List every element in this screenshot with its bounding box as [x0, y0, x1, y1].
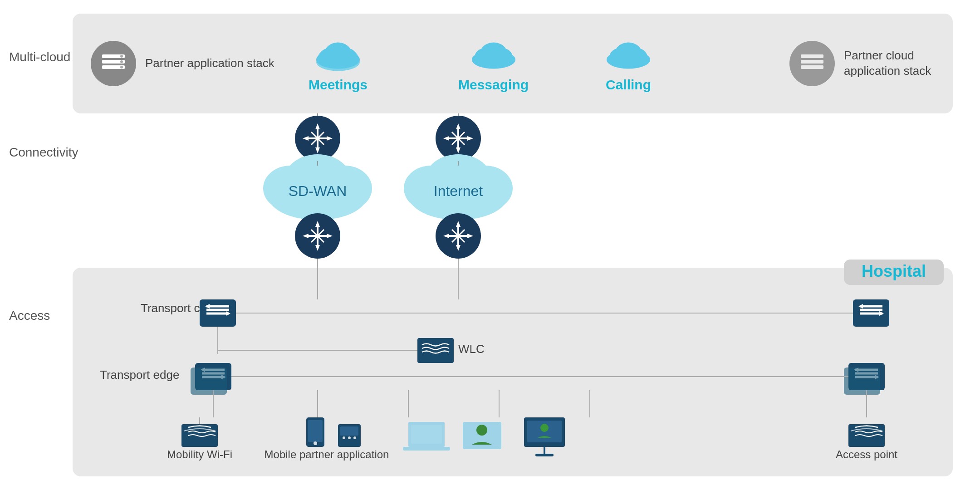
svg-point-139	[476, 425, 487, 436]
svg-point-52	[458, 166, 513, 211]
svg-rect-102	[195, 363, 231, 390]
svg-marker-39	[456, 123, 461, 129]
svg-rect-135	[408, 422, 445, 447]
partner-app-stack-group: Partner application stack	[91, 41, 274, 86]
svg-rect-24	[801, 65, 823, 69]
svg-text:Transport core: Transport core	[141, 301, 217, 315]
svg-text:WLC: WLC	[458, 342, 485, 356]
svg-point-34	[436, 116, 481, 161]
connectivity-label: Connectivity	[9, 145, 78, 160]
svg-marker-86	[226, 311, 230, 316]
svg-point-48	[284, 154, 352, 209]
svg-point-59	[295, 213, 340, 259]
svg-rect-22	[801, 54, 823, 58]
svg-marker-66	[303, 234, 309, 238]
svg-marker-76	[467, 234, 473, 238]
svg-point-5	[120, 66, 123, 69]
svg-rect-109	[848, 363, 885, 390]
svg-line-37	[452, 132, 465, 145]
svg-rect-145	[848, 424, 885, 447]
svg-rect-129	[338, 424, 361, 447]
messaging-group: Messaging	[458, 35, 529, 93]
svg-text:Transport edge: Transport edge	[100, 368, 179, 382]
partner-cloud-stack-group: Partner cloud application stack	[789, 41, 935, 86]
svg-rect-138	[463, 422, 501, 449]
svg-point-47	[318, 166, 372, 211]
svg-text:Mobile partner application: Mobile partner application	[265, 448, 389, 461]
svg-rect-141	[527, 421, 562, 442]
svg-marker-64	[315, 221, 320, 227]
svg-rect-108	[191, 368, 227, 395]
messaging-label: Messaging	[458, 77, 529, 93]
svg-marker-73	[456, 221, 461, 227]
svg-line-71	[452, 230, 465, 242]
svg-point-68	[436, 213, 481, 259]
svg-text:SD-WAN: SD-WAN	[289, 183, 347, 199]
svg-rect-87	[853, 299, 889, 327]
svg-marker-31	[315, 147, 320, 153]
svg-point-25	[295, 116, 340, 161]
svg-marker-106	[201, 368, 205, 372]
svg-point-13	[316, 51, 360, 69]
svg-line-62	[311, 230, 324, 242]
svg-rect-136	[411, 425, 442, 444]
svg-marker-107	[221, 375, 226, 379]
svg-point-128	[314, 441, 317, 445]
diagram-container: Multi-cloud Connectivity Access Partner …	[0, 0, 980, 490]
svg-line-72	[452, 230, 465, 242]
calling-group: Calling	[603, 35, 653, 93]
svg-point-132	[348, 436, 351, 439]
svg-rect-23	[801, 60, 823, 64]
svg-point-133	[353, 436, 356, 439]
svg-rect-81	[200, 299, 236, 327]
svg-marker-42	[467, 136, 473, 141]
svg-rect-123	[181, 424, 218, 447]
access-label: Access	[9, 309, 50, 323]
svg-marker-92	[879, 311, 884, 316]
svg-marker-113	[854, 368, 858, 372]
svg-line-38	[452, 132, 465, 145]
svg-marker-65	[315, 245, 320, 251]
svg-point-50	[408, 170, 508, 220]
svg-point-51	[404, 166, 458, 211]
svg-line-28	[311, 132, 324, 145]
svg-marker-114	[875, 375, 879, 379]
svg-rect-137	[403, 447, 450, 451]
svg-rect-77	[73, 268, 953, 476]
svg-rect-127	[308, 420, 323, 442]
calling-label: Calling	[606, 77, 651, 93]
svg-rect-143	[535, 454, 554, 456]
svg-rect-115	[844, 368, 880, 395]
svg-line-63	[311, 230, 324, 242]
svg-marker-74	[456, 245, 461, 251]
multicloud-label: Multi-cloud	[9, 50, 70, 64]
svg-marker-91	[858, 304, 863, 309]
svg-rect-130	[340, 426, 358, 436]
svg-line-29	[311, 132, 324, 145]
svg-marker-30	[315, 123, 320, 129]
partner-cloud-stack-icon	[789, 41, 835, 86]
svg-point-45	[268, 170, 368, 220]
svg-marker-85	[205, 304, 210, 309]
partner-cloud-stack-label: Partner cloud application stack	[844, 48, 935, 79]
svg-rect-78	[844, 260, 944, 285]
svg-rect-140	[524, 417, 565, 447]
svg-text:Internet: Internet	[434, 183, 483, 199]
svg-point-3	[120, 55, 123, 58]
partner-app-stack-icon	[91, 41, 136, 86]
svg-marker-67	[327, 234, 333, 238]
svg-point-53	[424, 154, 492, 209]
svg-marker-40	[456, 147, 461, 153]
calling-cloud-icon	[603, 35, 653, 74]
svg-point-131	[343, 436, 345, 439]
multicloud-section: Partner application stack Meetings	[73, 14, 953, 113]
svg-rect-97	[417, 338, 454, 363]
svg-marker-75	[443, 234, 449, 238]
svg-text:Access point: Access point	[836, 448, 897, 461]
svg-text:Mobility Wi-Fi: Mobility Wi-Fi	[167, 448, 232, 461]
svg-marker-33	[327, 136, 333, 141]
svg-marker-32	[303, 136, 309, 141]
svg-point-4	[120, 60, 123, 63]
messaging-cloud-icon	[469, 35, 519, 74]
svg-point-46	[263, 166, 318, 211]
